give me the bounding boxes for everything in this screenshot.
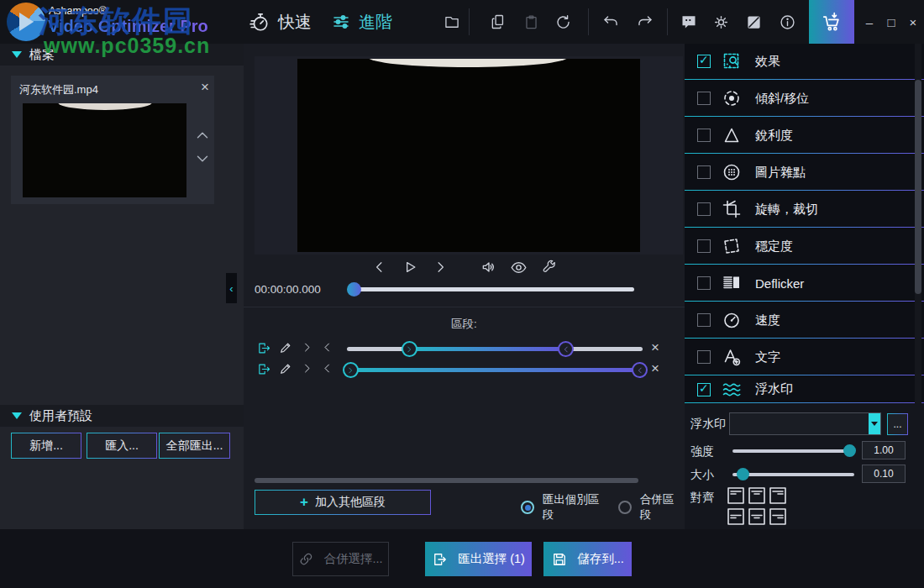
previous-frame-button[interactable] (370, 257, 390, 277)
align-middle-left-button[interactable] (727, 508, 744, 525)
minimize-button[interactable]: – (858, 0, 880, 44)
file-card[interactable]: 河东软件园.mp4 × (11, 76, 214, 204)
horizontal-scrollbar[interactable] (255, 478, 638, 483)
file-name: 河东软件园.mp4 (19, 82, 98, 97)
volume-button[interactable] (479, 257, 499, 277)
feedback-button[interactable] (674, 7, 704, 37)
align-top-center-button[interactable] (748, 487, 765, 504)
effect-row-effects[interactable]: 效果 (685, 44, 924, 80)
file-thumbnail[interactable] (23, 103, 186, 197)
save-icon (551, 551, 568, 568)
radio-export-individual[interactable] (521, 501, 534, 514)
play-button[interactable] (400, 257, 420, 277)
checkbox-unchecked[interactable] (697, 92, 711, 105)
export-mode-radios: 匯出個別區段 合併區段 (521, 492, 685, 522)
dropdown-arrow-icon[interactable] (869, 413, 880, 434)
tab-quick[interactable]: 快速 (249, 0, 312, 44)
delete-segment-icon[interactable]: × (651, 360, 659, 377)
watermark-browse-button[interactable]: ... (887, 413, 908, 435)
effect-row-tilt-shift[interactable]: 傾斜/移位 (685, 81, 924, 117)
export-segment-icon (257, 362, 271, 376)
checkbox-unchecked[interactable] (697, 202, 711, 216)
checkbox-unchecked[interactable] (697, 276, 711, 290)
timeline-slider[interactable] (349, 287, 634, 291)
remove-file-icon[interactable]: × (201, 79, 209, 96)
move-up-icon[interactable] (193, 126, 212, 144)
effect-row-stabilization[interactable]: 穩定度 (685, 228, 924, 265)
next-frame-button[interactable] (430, 257, 450, 277)
paste-icon (523, 14, 539, 30)
edit-segment-icon[interactable] (279, 341, 292, 354)
align-top-left-button[interactable] (727, 487, 744, 504)
effect-row-speed[interactable]: 速度 (685, 302, 924, 339)
effect-row-noise[interactable]: 圖片雜點 (685, 155, 924, 191)
checkbox-unchecked[interactable] (697, 129, 711, 142)
theme-toggle-button[interactable] (738, 7, 769, 37)
segment-start-handle[interactable] (343, 362, 359, 378)
save-to-button[interactable]: 儲存到... (543, 542, 632, 576)
info-icon (779, 13, 796, 31)
preset-import-button[interactable]: 匯入... (87, 433, 157, 459)
copy-button[interactable] (483, 7, 513, 37)
set-start-here-icon[interactable] (301, 362, 313, 375)
panel-scrollbar-thumb[interactable] (915, 80, 921, 294)
settings-button[interactable] (706, 7, 736, 37)
checkbox-checked[interactable] (697, 55, 711, 68)
strength-slider[interactable] (732, 449, 854, 453)
align-middle-center-button[interactable] (748, 508, 765, 525)
preset-new-button[interactable]: 新增... (11, 433, 81, 459)
size-value[interactable]: 0.10 (862, 465, 906, 483)
segment-end-handle[interactable] (632, 362, 648, 378)
feedback-icon (680, 13, 697, 30)
segment-range-slider[interactable] (347, 368, 643, 372)
edit-segment-icon[interactable] (279, 362, 292, 375)
segment-end-handle[interactable] (558, 341, 574, 357)
maximize-button[interactable]: □ (880, 0, 902, 44)
strength-value[interactable]: 1.00 (862, 441, 906, 459)
checkbox-checked[interactable] (697, 383, 711, 396)
checkbox-unchecked[interactable] (697, 239, 711, 253)
size-slider[interactable] (732, 473, 854, 476)
radio-merge-segments[interactable] (618, 501, 632, 514)
move-down-icon[interactable] (193, 150, 212, 168)
effect-row-watermark[interactable]: 浮水印 (685, 376, 924, 403)
tab-advanced[interactable]: 進階 (331, 0, 392, 44)
tools-button[interactable] (539, 257, 559, 277)
checkbox-unchecked[interactable] (697, 313, 711, 327)
effect-row-sharpness[interactable]: 銳利度 (685, 118, 924, 154)
redo-button[interactable] (629, 7, 659, 37)
delete-segment-icon[interactable]: × (651, 339, 659, 356)
set-end-here-icon[interactable] (321, 341, 333, 354)
effect-row-deflicker[interactable]: Deflicker (685, 265, 924, 302)
segment-start-handle[interactable] (402, 341, 417, 357)
reset-button[interactable] (548, 7, 578, 37)
set-end-here-icon[interactable] (321, 362, 333, 375)
add-segment-button[interactable]: + 加入其他區段 (255, 490, 431, 515)
strength-handle[interactable] (843, 444, 856, 457)
sidebar-collapse-handle[interactable]: ‹ (226, 273, 237, 303)
preset-export-all-button[interactable]: 全部匯出... (159, 433, 230, 459)
export-selection-button[interactable]: 匯出選擇 (1) (425, 542, 532, 576)
paste-button[interactable] (516, 7, 546, 37)
align-middle-right-button[interactable] (769, 508, 786, 525)
align-top-right-button[interactable] (769, 487, 786, 504)
set-start-here-icon[interactable] (301, 341, 313, 354)
merge-selection-button[interactable]: 合併選擇... (292, 542, 389, 576)
preview-toggle-button[interactable] (509, 257, 529, 277)
effect-row-rotate-crop[interactable]: 旋轉，裁切 (685, 192, 924, 228)
open-folder-button[interactable] (437, 7, 467, 37)
undo-button[interactable] (596, 7, 626, 37)
timeline-handle[interactable] (347, 282, 361, 297)
buy-now-button[interactable] (809, 0, 854, 44)
segment-range-slider[interactable] (347, 347, 643, 351)
info-button[interactable] (772, 7, 802, 37)
play-icon (402, 259, 418, 276)
checkbox-unchecked[interactable] (697, 165, 711, 179)
size-handle[interactable] (737, 468, 749, 480)
effect-row-text[interactable]: 文字 (685, 339, 924, 375)
close-button[interactable]: × (902, 0, 924, 44)
video-preview (297, 59, 640, 252)
presets-panel-header[interactable]: 使用者預設 (0, 405, 244, 427)
watermark-dropdown[interactable] (729, 412, 881, 435)
checkbox-unchecked[interactable] (697, 350, 711, 364)
